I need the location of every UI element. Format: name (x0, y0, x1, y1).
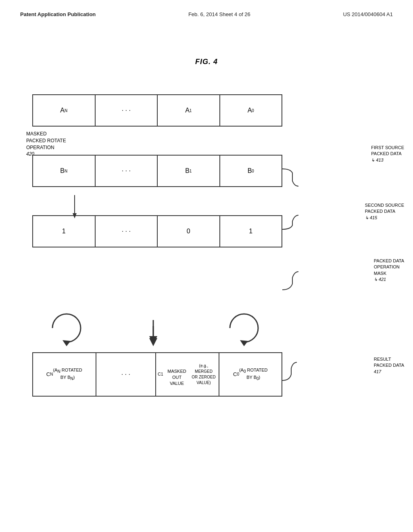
cell-b0: B0 (220, 156, 282, 186)
row1-data: AN · · · A1 A0 (32, 94, 282, 127)
svg-marker-7 (240, 340, 248, 346)
diagram-area: MASKEDPACKED ROTATEOPERATION420 AN · · ·… (0, 70, 413, 513)
cell-cn: CN (AN ROTATEDBY BN) (33, 353, 96, 396)
cell-a1: A1 (158, 95, 220, 126)
cell-dots1: · · · (96, 95, 158, 126)
svg-marker-6 (63, 340, 71, 346)
svg-marker-4 (149, 338, 157, 346)
page-header: Patent Application Publication Feb. 6, 2… (0, 0, 413, 17)
cell-an: AN (33, 95, 96, 126)
row1-container: AN · · · A1 A0 (32, 94, 389, 127)
row3-data: 1 · · · 0 1 (32, 215, 282, 247)
label-result: RESULTPACKED DATA417 (374, 356, 404, 375)
row2-container: BN · · · B1 B0 (32, 155, 389, 187)
label-masked-text: MASKEDPACKED ROTATEOPERATION420 (26, 131, 66, 158)
row3-container: 1 · · · 0 1 (32, 215, 389, 247)
cell-a0: A0 (220, 95, 282, 126)
row2-data: BN · · · B1 B0 (32, 155, 282, 187)
label-mask: PACKED DATAOPERATIONMASK↳ 421 (374, 258, 404, 283)
row5-data: CN (AN ROTATEDBY BN) · · · C1 MASKED OUT… (32, 352, 282, 397)
cell-bn: BN (33, 156, 96, 186)
label-masked-packed-rotate: MASKEDPACKED ROTATEOPERATION420 (26, 131, 66, 158)
header-right: US 2014/0040604 A1 (343, 11, 393, 17)
header-center: Feb. 6, 2014 Sheet 4 of 26 (188, 11, 250, 17)
cell-c0: C0 (A0 ROTATEDBY B0) (219, 353, 282, 396)
header-left: Patent Application Publication (20, 11, 96, 17)
row5-container: CN (AN ROTATEDBY BN) · · · C1 MASKED OUT… (32, 352, 389, 397)
cell-mask-1: 1 (33, 216, 96, 247)
cell-dots3: · · · (96, 216, 158, 247)
cell-b1: B1 (158, 156, 220, 186)
cell-mask-0: 0 (158, 216, 220, 247)
cell-mask-1b: 1 (220, 216, 282, 247)
cell-c1: C1 MASKED OUTVALUE (e.g., MERGEDOR ZEROE… (156, 353, 219, 396)
cell-dots5: · · · (96, 353, 156, 396)
cell-dots2: · · · (96, 156, 158, 186)
svg-marker-5 (149, 336, 157, 344)
figure-title: FIG. 4 (0, 58, 413, 66)
